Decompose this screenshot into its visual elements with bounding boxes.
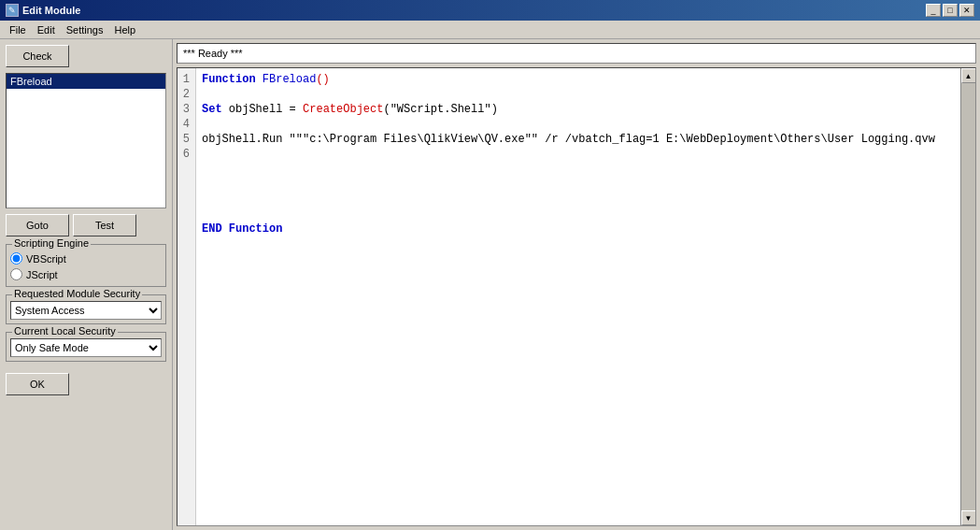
maximize-button[interactable]: □ <box>943 4 958 17</box>
scripting-engine-group: Scripting Engine VBScript JScript <box>6 244 166 287</box>
menu-settings[interactable]: Settings <box>61 22 109 37</box>
local-security-label: Current Local Security <box>12 325 118 337</box>
status-bar: *** Ready *** <box>177 43 976 64</box>
vbscript-radio[interactable] <box>10 252 22 265</box>
module-security-dropdown-row: System Access Safe Mode Only Safe Mode <box>10 301 162 320</box>
goto-test-row: Goto Test <box>6 214 166 236</box>
function-list-item[interactable]: FBreload <box>7 74 165 89</box>
module-security-label: Requested Module Security <box>12 288 142 299</box>
ok-button[interactable]: OK <box>6 373 69 395</box>
goto-button[interactable]: Goto <box>6 214 69 236</box>
scroll-track[interactable] <box>961 83 975 510</box>
vbscript-label: VBScript <box>26 253 66 265</box>
line-numbers: 1 2 3 4 5 6 <box>178 68 196 525</box>
local-security-dropdown-row: Only Safe Mode Safe Mode System Access <box>10 338 162 357</box>
left-panel: Check FBreload Goto Test Scripting Engin… <box>0 39 173 530</box>
window-icon: ✎ <box>6 4 19 17</box>
status-text: *** Ready *** <box>183 48 243 59</box>
close-button[interactable]: ✕ <box>959 4 974 17</box>
local-security-select[interactable]: Only Safe Mode Safe Mode System Access <box>10 338 162 357</box>
minimize-button[interactable]: _ <box>926 4 941 17</box>
check-button[interactable]: Check <box>6 45 69 67</box>
menu-bar: File Edit Settings Help <box>0 21 980 39</box>
editor-container[interactable]: 1 2 3 4 5 6 Function FBreload() Set objS… <box>177 67 976 526</box>
module-security-group: Requested Module Security System Access … <box>6 294 166 324</box>
scripting-engine-label: Scripting Engine <box>12 237 91 249</box>
scroll-up-button[interactable]: ▲ <box>961 68 976 83</box>
local-security-group: Current Local Security Only Safe Mode Sa… <box>6 332 166 362</box>
right-panel: *** Ready *** 1 2 3 4 5 6 Function FBrel… <box>173 39 980 530</box>
menu-edit[interactable]: Edit <box>32 22 61 37</box>
module-security-select[interactable]: System Access Safe Mode Only Safe Mode <box>10 301 162 320</box>
title-bar-buttons: _ □ ✕ <box>926 4 974 17</box>
menu-help[interactable]: Help <box>108 22 141 37</box>
function-list[interactable]: FBreload <box>6 73 166 208</box>
vertical-scrollbar[interactable]: ▲ ▼ <box>960 68 975 525</box>
vbscript-radio-row: VBScript <box>10 251 162 266</box>
test-button[interactable]: Test <box>73 214 136 236</box>
jscript-label: JScript <box>26 269 58 280</box>
window-title: Edit Module <box>22 5 80 16</box>
jscript-radio-row: JScript <box>10 266 162 282</box>
scroll-down-button[interactable]: ▼ <box>961 510 976 525</box>
main-layout: Check FBreload Goto Test Scripting Engin… <box>0 39 980 530</box>
jscript-radio[interactable] <box>10 268 22 280</box>
code-area[interactable]: Function FBreload() Set objShell = Creat… <box>196 68 960 525</box>
menu-file[interactable]: File <box>4 22 32 37</box>
title-bar: ✎ Edit Module _ □ ✕ <box>0 0 980 21</box>
